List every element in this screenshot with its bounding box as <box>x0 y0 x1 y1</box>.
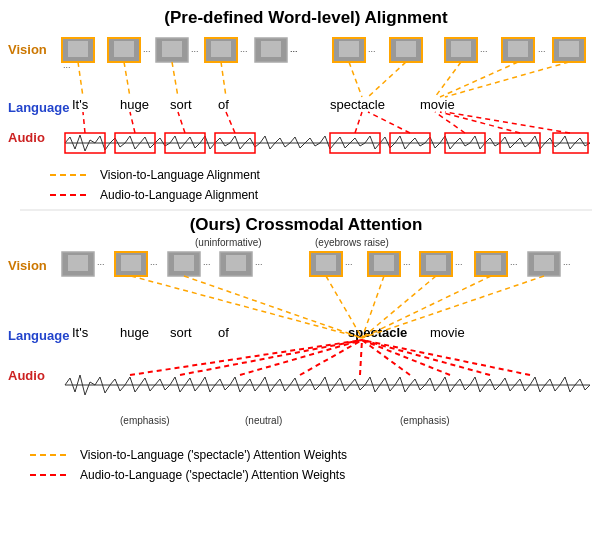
svg-line-90 <box>131 276 362 338</box>
svg-rect-24 <box>396 41 416 57</box>
svg-line-43 <box>78 62 83 97</box>
svg-rect-69 <box>174 255 194 271</box>
svg-text:...: ... <box>345 257 353 267</box>
svg-line-99 <box>240 340 362 375</box>
svg-rect-75 <box>316 255 336 271</box>
svg-text:...: ... <box>191 44 199 54</box>
svg-line-47 <box>349 62 362 97</box>
audio-to-lang-s2 <box>130 340 530 375</box>
svg-line-55 <box>226 112 235 133</box>
svg-rect-26 <box>451 41 471 57</box>
svg-rect-11 <box>162 41 182 57</box>
svg-rect-5 <box>68 41 88 57</box>
diagram-container: (Pre-defined Word-level) Alignment Visio… <box>0 0 612 538</box>
audio-to-lang-s1 <box>83 112 570 133</box>
svg-text:...: ... <box>368 44 376 54</box>
vision-frames-s1: ... ... ... ... ... ... ... <box>62 38 585 70</box>
vision-to-lang-s1 <box>78 62 569 97</box>
svg-text:...: ... <box>203 257 211 267</box>
svg-line-56 <box>355 112 362 133</box>
svg-text:...: ... <box>255 257 263 267</box>
svg-line-48 <box>368 62 406 97</box>
vision-to-lang-s2 <box>131 276 544 338</box>
svg-rect-63 <box>68 255 88 271</box>
svg-rect-17 <box>261 41 281 57</box>
svg-text:...: ... <box>455 257 463 267</box>
svg-text:...: ... <box>290 44 298 54</box>
svg-rect-66 <box>121 255 141 271</box>
svg-text:...: ... <box>538 44 546 54</box>
svg-text:...: ... <box>240 44 248 54</box>
svg-line-49 <box>435 62 461 97</box>
svg-line-59 <box>440 112 520 133</box>
svg-line-54 <box>178 112 185 133</box>
svg-text:...: ... <box>97 257 105 267</box>
svg-rect-87 <box>534 255 554 271</box>
svg-line-45 <box>172 62 178 97</box>
svg-rect-29 <box>508 41 528 57</box>
svg-line-46 <box>221 62 226 97</box>
svg-line-57 <box>368 112 410 133</box>
svg-line-96 <box>362 276 544 338</box>
svg-rect-81 <box>426 255 446 271</box>
svg-rect-84 <box>481 255 501 271</box>
svg-line-104 <box>362 340 490 375</box>
svg-rect-8 <box>114 41 134 57</box>
svg-rect-72 <box>226 255 246 271</box>
vision-frames-s2: ... ... ... ... ... ... ... <box>62 252 571 276</box>
svg-text:...: ... <box>510 257 518 267</box>
svg-text:...: ... <box>63 60 71 70</box>
svg-line-92 <box>326 276 362 338</box>
svg-line-97 <box>130 340 362 375</box>
svg-line-101 <box>360 340 362 375</box>
svg-text:...: ... <box>563 257 571 267</box>
svg-rect-78 <box>374 255 394 271</box>
audio-waveform-s1 <box>65 133 590 153</box>
svg-line-53 <box>130 112 135 133</box>
svg-text:...: ... <box>150 257 158 267</box>
svg-line-52 <box>83 112 85 133</box>
main-svg: ... ... ... ... ... ... ... <box>0 0 612 538</box>
svg-line-98 <box>180 340 362 375</box>
svg-rect-20 <box>339 41 359 57</box>
audio-waveform-s2 <box>65 375 590 395</box>
svg-text:...: ... <box>480 44 488 54</box>
svg-line-103 <box>362 340 450 375</box>
svg-line-44 <box>124 62 130 97</box>
svg-line-91 <box>184 276 362 338</box>
svg-rect-14 <box>211 41 231 57</box>
svg-rect-32 <box>559 41 579 57</box>
svg-text:...: ... <box>403 257 411 267</box>
svg-text:...: ... <box>143 44 151 54</box>
